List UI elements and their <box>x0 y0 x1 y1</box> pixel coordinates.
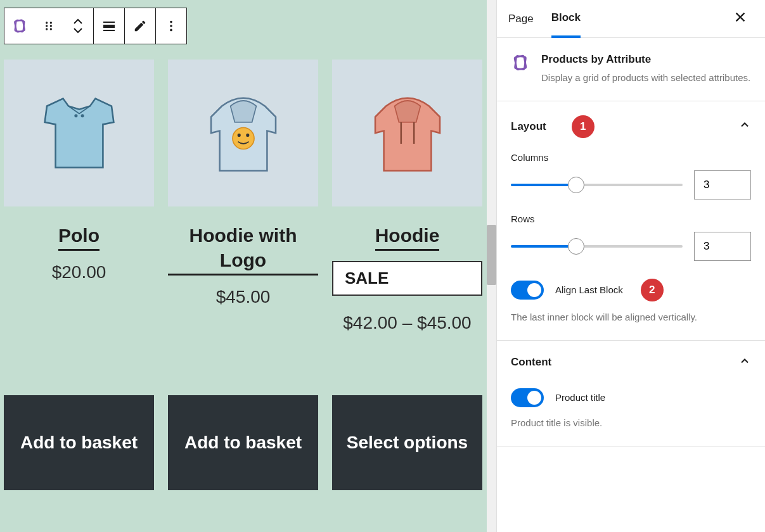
align-last-block-label: Align Last Block <box>555 284 623 295</box>
select-options-button[interactable]: Select options <box>332 395 482 490</box>
svg-point-17 <box>237 134 240 137</box>
svg-point-2 <box>46 22 48 23</box>
block-toolbar <box>4 8 187 44</box>
svg-point-11 <box>170 21 172 23</box>
columns-input[interactable] <box>694 170 751 200</box>
drag-handle-icon[interactable] <box>40 17 58 35</box>
add-to-basket-button[interactable]: Add to basket <box>4 395 154 490</box>
product-title-toggle[interactable] <box>511 388 544 407</box>
annotation-badge-2: 2 <box>641 279 664 301</box>
svg-point-13 <box>170 29 172 32</box>
chevron-up-icon <box>738 355 751 370</box>
editor-scrollbar[interactable] <box>487 0 496 532</box>
svg-point-12 <box>170 25 172 27</box>
product-card: Hoodie with Logo $45.00 Add to basket <box>168 60 318 490</box>
block-header-desc: Display a grid of products with selected… <box>541 71 750 86</box>
sidebar-tabs: Page Block <box>497 0 765 38</box>
svg-point-16 <box>233 128 254 149</box>
product-title[interactable]: Hoodie <box>332 223 482 251</box>
content-section: Content Product title Product title is v… <box>497 341 765 446</box>
product-image <box>332 60 482 206</box>
settings-sidebar: Page Block Products by Attribute Display… <box>496 0 765 532</box>
layout-section-toggle[interactable]: Layout 1 <box>511 115 751 138</box>
close-icon[interactable] <box>733 10 747 26</box>
product-card: Hoodie SALE $42.00 – $45.00 Select optio… <box>332 60 482 490</box>
block-header: Products by Attribute Display a grid of … <box>497 38 765 101</box>
tab-page[interactable]: Page <box>508 13 534 37</box>
columns-slider[interactable] <box>511 184 683 186</box>
product-image <box>4 60 154 206</box>
svg-point-3 <box>50 22 52 23</box>
layout-section: Layout 1 Columns Rows <box>497 101 765 341</box>
scrollbar-thumb[interactable] <box>487 225 496 285</box>
add-to-basket-button[interactable]: Add to basket <box>168 395 318 490</box>
svg-point-6 <box>46 28 48 30</box>
content-title: Content <box>511 356 551 369</box>
move-up-down[interactable] <box>69 17 87 35</box>
align-last-block-toggle[interactable] <box>511 281 544 300</box>
svg-rect-9 <box>103 25 115 28</box>
product-image <box>168 60 318 206</box>
product-price: $42.00 – $45.00 <box>332 307 482 339</box>
content-section-toggle[interactable]: Content <box>511 355 751 370</box>
products-grid: Polo $20.00 Add to basket Hoodie with Lo… <box>4 60 482 490</box>
svg-point-4 <box>46 25 48 27</box>
block-header-icon <box>511 53 530 86</box>
rows-slider[interactable] <box>511 245 683 248</box>
chevron-up-icon <box>738 118 751 134</box>
product-title-helper: Product title is visible. <box>511 417 751 428</box>
svg-point-7 <box>50 28 52 30</box>
sale-badge: SALE <box>332 251 482 296</box>
align-helper-text: The last inner block will be aligned ver… <box>511 312 751 322</box>
product-title[interactable]: Hoodie with Logo <box>168 223 318 276</box>
svg-point-5 <box>50 25 52 27</box>
align-icon[interactable] <box>100 17 118 35</box>
product-card: Polo $20.00 Add to basket <box>4 60 154 490</box>
svg-point-15 <box>80 114 84 117</box>
svg-point-18 <box>246 134 249 137</box>
product-title-toggle-label: Product title <box>555 392 605 403</box>
product-title[interactable]: Polo <box>4 223 154 251</box>
slider-thumb[interactable] <box>568 238 584 255</box>
tab-block[interactable]: Block <box>551 11 581 38</box>
rows-input[interactable] <box>694 232 751 261</box>
svg-point-14 <box>74 114 77 117</box>
editor-canvas: Polo $20.00 Add to basket Hoodie with Lo… <box>0 0 496 532</box>
svg-rect-8 <box>103 22 115 23</box>
rows-label: Rows <box>511 213 751 224</box>
block-header-title: Products by Attribute <box>541 53 750 66</box>
svg-rect-10 <box>103 30 115 31</box>
product-price: $45.00 <box>168 287 318 307</box>
annotation-badge-1: 1 <box>572 115 595 138</box>
slider-thumb[interactable] <box>568 177 584 193</box>
more-options-icon[interactable] <box>162 17 180 35</box>
product-price: $20.00 <box>4 262 154 282</box>
layout-title: Layout <box>511 120 546 133</box>
columns-label: Columns <box>511 152 751 163</box>
edit-icon[interactable] <box>131 17 149 35</box>
block-type-icon[interactable] <box>11 17 29 35</box>
